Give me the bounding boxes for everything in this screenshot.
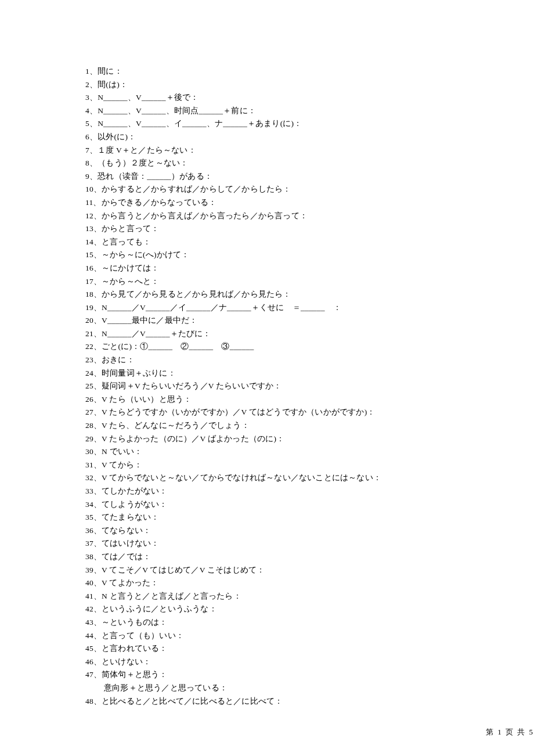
grammar-line: 34、てしようがない： (85, 498, 457, 512)
grammar-line: 37、てはいけない： (85, 537, 457, 550)
grammar-line: 4、N______、V______、时间点______＋前に： (85, 105, 457, 118)
grammar-line: 18、から見て／から見ると／から見れば／から見たら： (85, 288, 457, 301)
grammar-line: 47、简体句＋と思う： (85, 668, 457, 682)
grammar-line: 5、N______、V______、イ______、ナ______＋あまり(に)… (85, 117, 457, 131)
grammar-line: 17、～から～へと： (85, 275, 457, 289)
grammar-line: 40、V てよかった： (85, 577, 457, 590)
grammar-line: 1、間に： (85, 65, 457, 78)
grammar-line: 39、V てこそ／V てはじめて／V こそはじめて： (85, 564, 457, 577)
grammar-line: 25、疑问词＋V たらいいだろう／V たらいいですか： (85, 380, 457, 393)
grammar-line: 6、以外(に)： (85, 131, 457, 144)
grammar-line: 33、てしかたがない： (85, 485, 457, 498)
grammar-line: 14、と言っても： (85, 236, 457, 249)
grammar-line: 38、ては／では： (85, 550, 457, 564)
grammar-line: 31、V てから： (85, 459, 457, 472)
grammar-line: 9、恐れ（读音：______）がある： (85, 170, 457, 183)
grammar-line: 36、てならない： (85, 524, 457, 538)
grammar-line: 意向形＋と思う／と思っている： (85, 682, 457, 695)
grammar-line: 2、間(は)： (85, 78, 457, 92)
grammar-line: 26、V たら（いい）と思う： (85, 393, 457, 406)
grammar-line: 7、１度 V＋と／たら～ない： (85, 144, 457, 157)
grammar-line: 16、～にかけては： (85, 262, 457, 275)
grammar-line: 44、と言って（も）いい： (85, 629, 457, 643)
grammar-line: 15、～から～に(へ)かけて： (85, 249, 457, 262)
grammar-line: 24、时间量词＋ぶりに： (85, 367, 457, 380)
grammar-line: 3、N______、V______＋後で： (85, 91, 457, 105)
grammar-line: 13、からと言って： (85, 222, 457, 236)
grammar-line: 21、N______／V______＋たびに： (85, 327, 457, 341)
grammar-line: 8、（もう）２度と～ない： (85, 157, 457, 170)
grammar-line: 41、N と言うと／と言えば／と言ったら： (85, 590, 457, 603)
grammar-line: 43、～というものは： (85, 616, 457, 629)
grammar-line: 30、N でいい： (85, 445, 457, 459)
grammar-line: 20、V______最中に／最中だ： (85, 314, 457, 327)
page-footer: 第 1 页 共 5 (486, 727, 534, 737)
grammar-line: 19、N______／V______／イ______／ナ______＋くせに ＝… (85, 301, 457, 315)
grammar-line: 11、からできる／からなっている： (85, 196, 457, 210)
grammar-line: 32、V てからでないと～ない／てからでなければ～ない／ないことには～ない： (85, 471, 457, 485)
grammar-line: 22、ごと(に)：①______ ②______ ③______ (85, 340, 457, 354)
grammar-line: 35、てたまらない： (85, 511, 457, 524)
grammar-line: 48、と比べると／と比べて／に比べると／に比べて： (85, 695, 457, 708)
grammar-line: 28、V たら、どんなに～だろう／でしょう： (85, 419, 457, 433)
grammar-line: 12、から言うと／から言えば／から言ったら／から言って： (85, 210, 457, 223)
grammar-line: 29、V たらよかった（のに）／V ばよかった（のに)： (85, 433, 457, 446)
grammar-line: 23、おきに： (85, 354, 457, 367)
grammar-line: 45、と言われている： (85, 642, 457, 656)
grammar-line: 42、というふうに／というふうな： (85, 603, 457, 616)
document-content: 1、間に：2、間(は)：3、N______、V______＋後で：4、N____… (85, 65, 457, 708)
grammar-line: 27、V たらどうですか（いかがですか）／V てはどうですか（いかがですか)： (85, 406, 457, 419)
grammar-line: 10、からすると／からすれば／からして／からしたら： (85, 183, 457, 196)
grammar-line: 46、といけない： (85, 656, 457, 669)
